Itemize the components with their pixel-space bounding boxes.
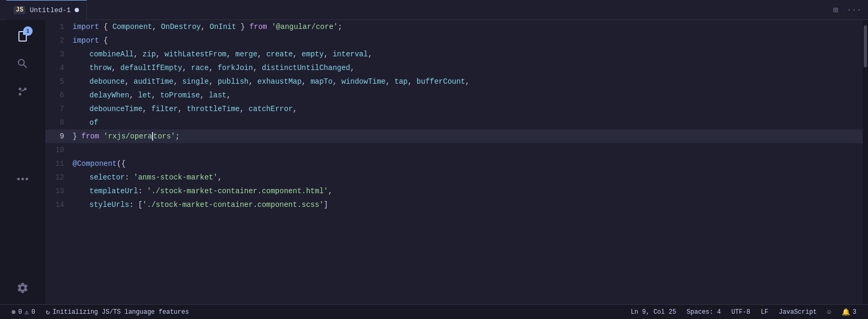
more-menu-icon[interactable]: ··· — [846, 5, 862, 15]
spaces-label: Spaces: 4 — [687, 308, 721, 316]
warning-icon: ⚠ — [25, 308, 29, 316]
scrollbar-thumb[interactable] — [864, 25, 867, 67]
cursor-pos-label: Ln 9, Col 25 — [631, 308, 676, 316]
table-row: 9 } from 'rxjs/operators'; — [45, 129, 863, 143]
line-ending-label: LF — [761, 308, 768, 316]
notification-count: 3 — [853, 308, 856, 316]
table-row: 7 debounceTime, filter, throttleTime, ca… — [45, 102, 863, 116]
encoding-setting[interactable]: UTF-8 — [726, 308, 755, 316]
title-bar: JS Untitled-1 ⊞ ··· — [0, 0, 868, 20]
table-row: 13 templateUrl: './stock-market-containe… — [45, 184, 863, 198]
table-row: 1 import { Component, OnDestroy, OnInit … — [45, 20, 863, 34]
status-right-group: Ln 9, Col 25 Spaces: 4 UTF-8 LF JavaScri… — [625, 308, 862, 316]
warning-number: 0 — [32, 308, 35, 316]
source-control-icon[interactable] — [11, 79, 35, 103]
table-row: 12 selector: 'anms-stock-market', — [45, 171, 863, 184]
js-file-icon: JS — [14, 6, 25, 14]
table-row: 10 — [45, 143, 863, 157]
extensions-more-icon[interactable] — [11, 167, 35, 191]
sync-label: Initializing JS/TS language features — [53, 308, 189, 316]
code-wrapper: 1 import { Component, OnDestroy, OnInit … — [45, 20, 868, 304]
svg-point-1 — [22, 178, 24, 181]
sync-status[interactable]: ↻ Initializing JS/TS language features — [41, 305, 194, 319]
activity-bar: 1 — [0, 20, 45, 304]
svg-point-0 — [17, 178, 20, 181]
sync-icon: ↻ — [46, 308, 50, 316]
table-row: 14 styleUrls: ['./stock-market-container… — [45, 198, 863, 212]
layout-icon[interactable]: ⊞ — [833, 5, 839, 15]
table-row: 3 combineAll, zip, withLatestFrom, merge… — [45, 47, 863, 61]
smiley-button[interactable]: ☺ — [822, 308, 836, 316]
notifications-button[interactable]: 🔔 3 — [836, 308, 862, 316]
table-row: 2 import { — [45, 34, 863, 47]
editor-tab[interactable]: JS Untitled-1 — [6, 0, 87, 20]
title-bar-actions: ⊞ ··· — [833, 5, 862, 15]
table-row: 5 debounce, auditTime, single, publish, … — [45, 75, 863, 88]
files-icon[interactable]: 1 — [11, 24, 35, 48]
error-icon: ⊗ — [12, 308, 16, 316]
error-number: 0 — [18, 308, 22, 316]
code-editor[interactable]: 1 import { Component, OnDestroy, OnInit … — [45, 20, 863, 304]
smiley-icon: ☺ — [827, 308, 831, 316]
cursor-position[interactable]: Ln 9, Col 25 — [625, 308, 681, 316]
line-ending-setting[interactable]: LF — [755, 308, 773, 316]
main-area: 1 — [0, 20, 868, 304]
table-row: 4 throw, defaultIfEmpty, race, forkJoin,… — [45, 61, 863, 75]
table-row: 8 of — [45, 116, 863, 129]
tab-modified-dot — [75, 8, 79, 12]
table-row: 11 @Component({ — [45, 157, 863, 171]
table-row: 6 delayWhen, let, toPromise, last, — [45, 88, 863, 102]
language-setting[interactable]: JavaScript — [774, 308, 822, 316]
error-count[interactable]: ⊗ 0 ⚠ 0 — [6, 305, 41, 319]
editor-scrollbar[interactable] — [863, 20, 868, 304]
bell-icon: 🔔 — [842, 308, 850, 316]
settings-icon[interactable] — [11, 276, 35, 300]
editor-area: 1 import { Component, OnDestroy, OnInit … — [45, 20, 868, 304]
files-badge: 1 — [23, 26, 33, 36]
encoding-label: UTF-8 — [731, 308, 750, 316]
search-icon[interactable] — [11, 52, 35, 76]
tab-filename: Untitled-1 — [29, 6, 70, 14]
status-bar: ⊗ 0 ⚠ 0 ↻ Initializing JS/TS language fe… — [0, 304, 868, 319]
svg-point-2 — [26, 178, 28, 181]
language-label: JavaScript — [779, 308, 817, 316]
spaces-setting[interactable]: Spaces: 4 — [681, 308, 726, 316]
